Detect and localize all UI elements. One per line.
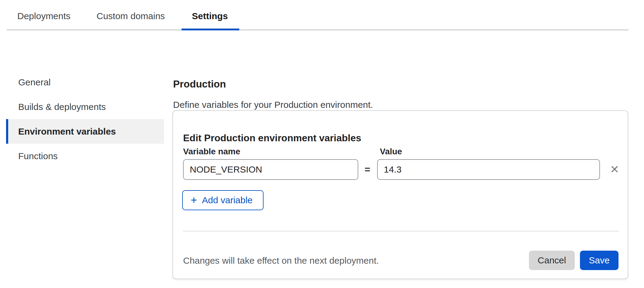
value-input[interactable]: [377, 159, 600, 180]
add-variable-label: Add variable: [202, 195, 253, 205]
plus-icon: +: [191, 195, 197, 206]
sidebar-item-builds-deployments[interactable]: Builds & deployments: [6, 94, 164, 119]
tab-bar: Deployments Custom domains Settings: [0, 0, 644, 31]
equals-sign: =: [361, 159, 373, 180]
tab-bar-divider: [7, 29, 629, 30]
sidebar-item-functions[interactable]: Functions: [6, 144, 164, 168]
active-tab-underline: [182, 29, 239, 30]
cancel-button[interactable]: Cancel: [529, 251, 575, 270]
sidebar-item-general[interactable]: General: [6, 70, 164, 94]
variable-name-input[interactable]: [183, 159, 358, 180]
card-footer-divider: [183, 231, 619, 231]
add-variable-button[interactable]: + Add variable: [182, 190, 264, 210]
remove-variable-button[interactable]: ✕: [607, 162, 622, 177]
tab-custom-domains[interactable]: Custom domains: [97, 9, 165, 23]
section-description: Define variables for your Production env…: [173, 100, 373, 110]
variable-name-label: Variable name: [183, 147, 240, 156]
close-icon: ✕: [610, 164, 619, 175]
value-label: Value: [380, 147, 402, 156]
card-title: Edit Production environment variables: [183, 132, 361, 144]
tab-settings[interactable]: Settings: [192, 9, 228, 23]
edit-environment-variables-card: Edit Production environment variables Va…: [172, 110, 628, 279]
settings-sidebar: General Builds & deployments Environment…: [6, 70, 164, 168]
save-button[interactable]: Save: [580, 251, 618, 270]
environment-variables-settings-page: Deployments Custom domains Settings Gene…: [0, 0, 644, 288]
section-title: Production: [173, 78, 226, 90]
tab-deployments[interactable]: Deployments: [17, 9, 70, 23]
footer-note: Changes will take effect on the next dep…: [183, 255, 379, 266]
sidebar-item-environment-variables[interactable]: Environment variables: [6, 119, 164, 144]
